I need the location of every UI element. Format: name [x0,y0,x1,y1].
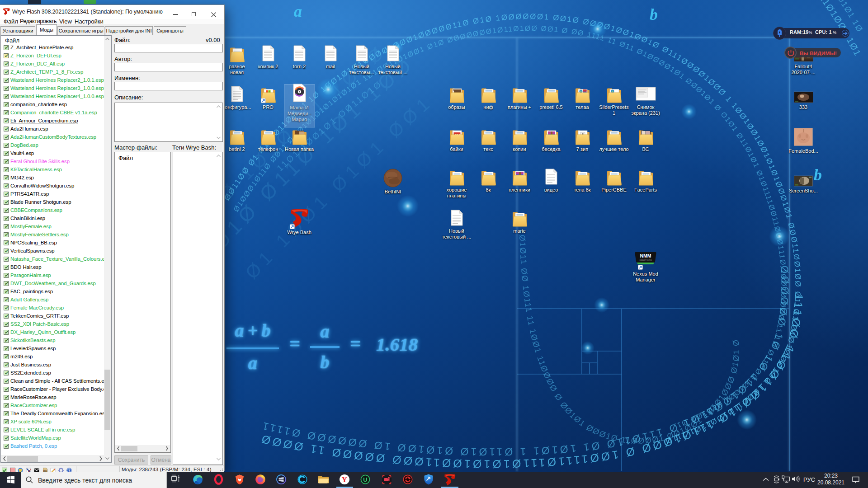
svg-text:NMM: NMM [640,253,651,258]
svg-text:a: a [294,2,302,20]
svg-text:COMMUNITY EDITION: COMMUNITY EDITION [639,259,651,261]
svg-text:b: b [650,5,658,23]
svg-text:U: U [363,476,367,483]
svg-text:Y: Y [342,475,347,484]
